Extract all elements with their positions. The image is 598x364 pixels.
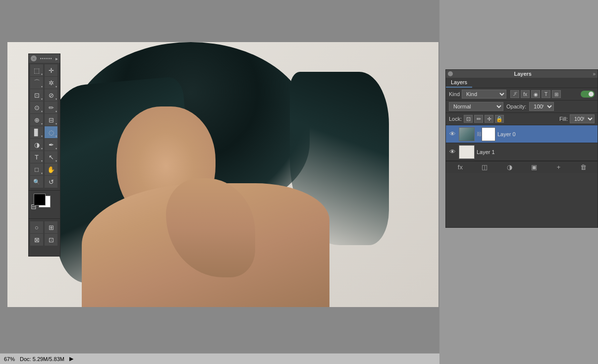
blend-opacity-row: Normal Dissolve Multiply Screen Overlay … — [446, 101, 598, 113]
layers-footer: fx ◫ ◑ ▣ + 🗑 — [446, 161, 598, 173]
layers-panel-header[interactable]: Layers » — [446, 70, 598, 78]
layers-panel: Layers » Layers Kind Kind Name Effect Mo… — [445, 69, 598, 228]
quick-mask-tool[interactable]: ○ — [30, 221, 43, 233]
brush-tool[interactable]: ✏ ▾ — [45, 102, 57, 113]
filter-pixel-icon[interactable]: 𝓕 — [510, 90, 519, 98]
stamp-tool[interactable]: ⊕ ▾ — [30, 114, 43, 126]
fill-input[interactable]: 100% 75% 50% — [570, 114, 595, 123]
eyedropper-tool[interactable]: ⊘ ▾ — [45, 89, 57, 101]
pen-icon: ✒ — [49, 141, 54, 149]
lasso-arrow: ▾ — [41, 85, 43, 88]
layer-item-1[interactable]: 👁 Layer 1 — [446, 143, 598, 161]
pen-arrow: ▾ — [55, 147, 57, 150]
eraser-tool[interactable]: ⊟ ▾ — [45, 114, 57, 126]
crop-tool[interactable]: ⊡ ▾ — [30, 89, 43, 101]
type-tool[interactable]: T ▾ — [30, 151, 43, 163]
marquee-tool[interactable]: ⬚ ▾ — [30, 64, 43, 76]
tool-grid: ⬚ ▾ ✛ ⌒ ▾ ✲ ▾ ⊡ ▾ ⊘ ▾ ⊙ ▾ ✏ ▾ — [29, 63, 60, 189]
layer-item-0[interactable]: 👁 ⛓ Layer 0 — [446, 125, 598, 143]
filter-toggle-dot — [589, 92, 594, 97]
layer-0-mask-thumbnail — [482, 127, 495, 141]
filter-shape-icon[interactable]: T — [542, 90, 550, 98]
layers-panel-close-button[interactable] — [448, 71, 453, 76]
adjustment-icon: ◑ — [507, 163, 512, 171]
kind-select[interactable]: Kind Name Effect Mode Attribute Color — [462, 90, 506, 99]
layer-1-visibility-icon[interactable]: 👁 — [448, 148, 457, 156]
canvas-document — [7, 42, 438, 307]
toolbox-drag-handle: ▪▪▪▪▪▪ — [40, 56, 52, 61]
layer-0-chain-icon: ⛓ — [477, 131, 479, 137]
filter-smartobject-icon[interactable]: ⊞ — [552, 90, 561, 98]
add-mask-button[interactable]: ◫ — [480, 163, 489, 172]
dodge-tool[interactable]: ◑ ▾ — [30, 139, 43, 151]
rotate-tool[interactable]: ↺ — [45, 176, 57, 188]
move-icon: ✛ — [49, 67, 54, 74]
toolbox-collapse-button[interactable]: ▸ — [55, 56, 58, 61]
new-group-button[interactable]: ▣ — [529, 163, 539, 172]
lasso-tool[interactable]: ⌒ ▾ — [30, 77, 43, 89]
lock-all-icon[interactable]: 🔒 — [495, 115, 504, 123]
gradient-tool[interactable]: ▊ ▾ — [30, 126, 43, 138]
frame-icon: ⊡ — [49, 236, 54, 244]
magic-wand-arrow: ▾ — [55, 85, 57, 88]
move-tool[interactable]: ✛ — [45, 64, 57, 76]
magic-wand-tool[interactable]: ✲ ▾ — [45, 77, 57, 89]
screen-mode-icon: ⊞ — [49, 224, 54, 231]
spot-heal-tool[interactable]: ⊙ ▾ — [30, 102, 43, 113]
zoom-tool[interactable]: 🔍 — [30, 176, 43, 188]
blend-mode-select[interactable]: Normal Dissolve Multiply Screen Overlay — [449, 102, 503, 111]
canvas-image — [7, 42, 438, 307]
new-layer-button[interactable]: + — [553, 163, 563, 172]
hand-tool[interactable]: ✋ — [45, 163, 57, 175]
pen-tool[interactable]: ✒ ▾ — [45, 139, 57, 151]
layer-list: 👁 ⛓ Layer 0 👁 Layer 1 — [446, 125, 598, 161]
path-select-tool[interactable]: ↖ ▾ — [45, 151, 57, 163]
add-fx-button[interactable]: fx — [455, 163, 465, 172]
magic-wand-icon: ✲ — [49, 79, 54, 87]
kind-filter-icons: 𝓕 fx ◉ T ⊞ — [510, 90, 561, 98]
status-arrow[interactable]: ▶ — [69, 356, 73, 362]
layer-0-thumb-image — [459, 128, 474, 141]
layers-panel-collapse-button[interactable]: » — [593, 71, 596, 77]
lock-transparent-icon[interactable]: ⊡ — [464, 115, 473, 123]
tool-section-divider — [29, 190, 60, 191]
delete-layer-button[interactable]: 🗑 — [578, 163, 588, 172]
crop-icon: ⊡ — [34, 92, 40, 99]
shape-tool[interactable]: □ ▾ — [30, 163, 43, 175]
fx-icon: fx — [458, 163, 463, 171]
extra-tools: ○ ⊞ ⊠ ⊡ — [29, 220, 60, 247]
toolbox-header[interactable]: × ▪▪▪▪▪▪ ▸ — [29, 54, 60, 63]
new-adjustment-button[interactable]: ◑ — [504, 163, 514, 172]
trash-icon: 🗑 — [580, 163, 587, 171]
foreground-color-swatch[interactable] — [34, 194, 46, 206]
frame-tool[interactable]: ⊡ — [45, 234, 57, 246]
opacity-input[interactable]: 100% 75% 50% 25% 0% — [529, 102, 554, 111]
path-select-arrow: ▾ — [55, 159, 57, 162]
lock-pixels-icon[interactable]: ✏ — [474, 115, 483, 123]
crop-arrow: ▾ — [41, 97, 43, 101]
blur-arrow: ▾ — [55, 134, 57, 138]
doc-size: Doc: 5.29M/5.83M — [20, 356, 64, 362]
zoom-level: 67% — [4, 356, 15, 362]
filter-type-icon[interactable]: ◉ — [531, 90, 540, 98]
dodge-arrow: ▾ — [41, 147, 43, 150]
screen-mode-tool[interactable]: ⊞ — [45, 221, 57, 233]
filter-toggle[interactable] — [581, 91, 595, 98]
lasso-icon: ⌒ — [34, 78, 40, 87]
fill-label: Fill: — [559, 116, 568, 122]
eyedropper-icon: ⊘ — [49, 92, 54, 99]
tool-section-divider2 — [29, 218, 60, 219]
filter-adjustment-icon[interactable]: fx — [521, 90, 530, 98]
blur-tool[interactable]: ◌ ▾ — [45, 126, 57, 138]
artboard-tool[interactable]: ⊠ — [30, 234, 43, 246]
toolbox-close-button[interactable]: × — [31, 55, 37, 61]
tab-layers[interactable]: Layers — [446, 78, 472, 88]
lock-icons: ⊡ ✏ ✛ 🔒 — [464, 115, 504, 123]
lock-position-icon[interactable]: ✛ — [485, 115, 493, 123]
zoom-icon: 🔍 — [33, 179, 40, 185]
spot-heal-icon: ⊙ — [34, 104, 40, 111]
new-layer-icon: + — [557, 163, 561, 171]
marquee-icon: ⬚ — [34, 67, 40, 74]
layer-0-visibility-icon[interactable]: 👁 — [448, 130, 457, 139]
shape-arrow: ▾ — [41, 171, 43, 175]
